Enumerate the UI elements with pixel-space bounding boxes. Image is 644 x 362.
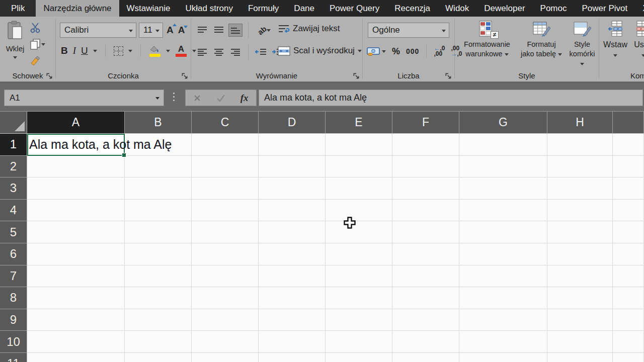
formula-bar-resize-handle[interactable] xyxy=(173,93,175,101)
percent-style-button[interactable]: % xyxy=(392,46,400,57)
paste-button[interactable]: Wklej xyxy=(3,21,28,71)
column-header-partial[interactable] xyxy=(613,112,644,134)
cell-B9[interactable] xyxy=(125,309,192,331)
cell-E11[interactable] xyxy=(326,353,392,362)
row-header-1[interactable]: 1 xyxy=(0,134,27,156)
tab-dane[interactable]: Dane xyxy=(286,0,322,17)
cell-A8[interactable] xyxy=(27,287,125,309)
shrink-font-button[interactable]: A xyxy=(177,25,186,36)
bold-button[interactable]: B xyxy=(61,45,68,56)
cell-B3[interactable] xyxy=(125,177,192,200)
cell-G10[interactable] xyxy=(459,331,547,353)
conditional-formatting-button[interactable]: ≠ Formatowanie warunkowe xyxy=(458,21,516,59)
cell-partial1[interactable] xyxy=(613,134,644,156)
cell-E2[interactable] xyxy=(326,156,392,178)
align-middle-button[interactable] xyxy=(212,24,226,37)
column-header-D[interactable]: D xyxy=(259,112,326,134)
row-header-7[interactable]: 7 xyxy=(0,265,27,288)
merge-center-button[interactable]: Scal i wyśrodkuj xyxy=(278,46,362,56)
cell-F4[interactable] xyxy=(392,200,459,222)
tab-plik[interactable]: Plik xyxy=(0,0,36,17)
cell-partial11[interactable] xyxy=(613,353,644,362)
grow-font-button[interactable]: A xyxy=(166,25,175,36)
column-header-G[interactable]: G xyxy=(459,112,547,134)
cell-C1[interactable] xyxy=(192,134,259,156)
cell-A4[interactable] xyxy=(27,200,125,222)
cell-E7[interactable] xyxy=(326,265,392,288)
column-header-H[interactable]: H xyxy=(547,112,613,134)
cell-partial9[interactable] xyxy=(613,309,644,331)
cell-D9[interactable] xyxy=(259,309,326,331)
cell-H9[interactable] xyxy=(547,309,613,331)
format-as-table-caret[interactable] xyxy=(558,53,562,56)
align-center-button[interactable] xyxy=(212,46,226,59)
cell-partial4[interactable] xyxy=(613,200,644,222)
cell-E6[interactable] xyxy=(326,243,392,265)
tab-power-pivot[interactable]: Power Pivot xyxy=(575,0,635,17)
cell-E5[interactable] xyxy=(326,221,392,243)
number-format-combo[interactable]: Ogólne xyxy=(368,23,449,38)
underline-caret[interactable] xyxy=(93,50,97,52)
cell-G11[interactable] xyxy=(459,353,547,362)
cell-B6[interactable] xyxy=(125,243,192,265)
row-header-2[interactable]: 2 xyxy=(0,156,27,178)
cancel-button[interactable] xyxy=(189,91,206,105)
cell-F2[interactable] xyxy=(392,156,459,178)
cell-C9[interactable] xyxy=(192,309,259,331)
column-header-A[interactable]: A xyxy=(27,112,125,134)
cell-B10[interactable] xyxy=(125,331,192,353)
tab-xl-c[interactable]: XL C xyxy=(635,0,644,17)
cell-F6[interactable] xyxy=(392,243,459,265)
cell-B8[interactable] xyxy=(125,287,192,309)
align-top-button[interactable] xyxy=(195,24,209,37)
merge-center-caret[interactable] xyxy=(358,50,362,52)
row-header-3[interactable]: 3 xyxy=(0,177,27,200)
cell-A6[interactable] xyxy=(27,243,125,265)
cell-C2[interactable] xyxy=(192,156,259,178)
cell-styles-button[interactable]: Style komórki xyxy=(567,21,598,68)
row-header-4[interactable]: 4 xyxy=(0,200,27,222)
row-header-5[interactable]: 5 xyxy=(0,221,27,243)
increase-decimal-button[interactable]: ←,0 ,00 xyxy=(434,46,445,57)
cell-H1[interactable] xyxy=(547,134,613,156)
cell-A3[interactable] xyxy=(27,177,125,200)
cell-A2[interactable] xyxy=(27,156,125,178)
row-header-6[interactable]: 6 xyxy=(0,243,27,265)
cell-H3[interactable] xyxy=(547,177,613,200)
font-size-caret[interactable] xyxy=(155,30,159,32)
clipboard-dialog-launcher[interactable] xyxy=(46,72,53,79)
orientation-button[interactable]: ab xyxy=(254,24,274,37)
cell-H11[interactable] xyxy=(547,353,613,362)
cell-partial3[interactable] xyxy=(613,177,644,200)
alignment-dialog-launcher[interactable] xyxy=(353,72,360,79)
cell-A1[interactable]: Ala ma kota, a kot ma Alę xyxy=(27,134,125,156)
cell-G3[interactable] xyxy=(459,177,547,200)
borders-caret[interactable] xyxy=(128,50,132,52)
cell-D10[interactable] xyxy=(259,331,326,353)
cell-partial5[interactable] xyxy=(613,221,644,243)
cell-D1[interactable] xyxy=(259,134,326,156)
cell-E4[interactable] xyxy=(326,200,392,222)
select-all-button[interactable] xyxy=(0,112,27,134)
cell-partial7[interactable] xyxy=(613,265,644,288)
cell-B4[interactable] xyxy=(125,200,192,222)
cell-H5[interactable] xyxy=(547,221,613,243)
tab-narzedzia-glowne[interactable]: Narzędzia główne xyxy=(36,0,119,17)
fill-color-button[interactable] xyxy=(149,45,161,57)
cell-F5[interactable] xyxy=(392,221,459,243)
accounting-format-button[interactable] xyxy=(367,47,386,56)
cell-F3[interactable] xyxy=(392,177,459,200)
tab-uklad-strony[interactable]: Układ strony xyxy=(178,0,240,17)
cell-partial6[interactable] xyxy=(613,243,644,265)
align-right-button[interactable] xyxy=(228,46,243,59)
align-left-button[interactable] xyxy=(195,46,209,59)
cell-D11[interactable] xyxy=(259,353,326,362)
cell-F1[interactable] xyxy=(392,134,459,156)
name-box[interactable]: A1 xyxy=(4,89,164,106)
cell-G2[interactable] xyxy=(459,156,547,178)
cell-C11[interactable] xyxy=(192,353,259,362)
cell-H6[interactable] xyxy=(547,243,613,265)
copy-dropdown-caret[interactable] xyxy=(41,43,45,46)
cell-A11[interactable] xyxy=(27,353,125,362)
cut-button[interactable] xyxy=(29,22,46,34)
